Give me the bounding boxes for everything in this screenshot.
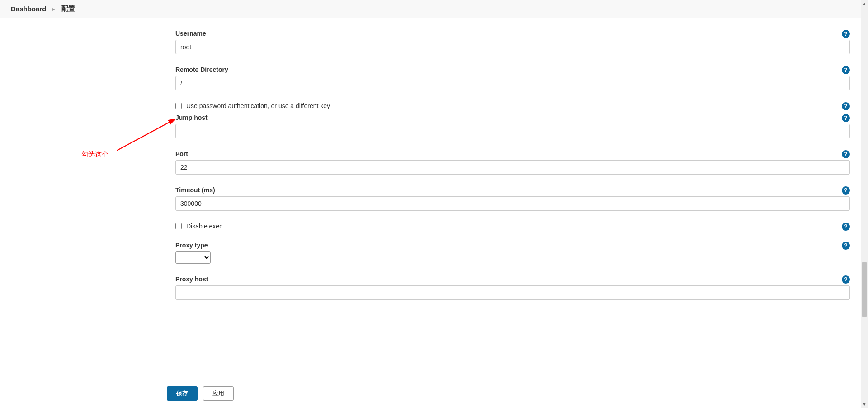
- label-jump-host: Jump host: [175, 114, 850, 121]
- breadcrumb: Dashboard ▸ 配置: [0, 0, 868, 18]
- field-timeout: Timeout (ms) ?: [175, 186, 850, 211]
- input-username[interactable]: [175, 40, 850, 54]
- field-remote-directory: Remote Directory ?: [175, 66, 850, 90]
- help-icon[interactable]: ?: [842, 66, 850, 74]
- help-icon[interactable]: ?: [842, 114, 850, 122]
- scrollbar-thumb[interactable]: [862, 262, 867, 317]
- breadcrumb-current: 配置: [61, 5, 75, 13]
- input-proxy-host[interactable]: [175, 285, 850, 300]
- scrollbar[interactable]: ▲ ▼: [861, 0, 868, 407]
- input-port[interactable]: [175, 160, 850, 175]
- help-icon[interactable]: ?: [842, 275, 850, 284]
- field-use-password: Use password authentication, or use a di…: [175, 102, 850, 109]
- label-username: Username: [175, 30, 850, 37]
- label-disable-exec: Disable exec: [186, 223, 222, 230]
- field-username: Username ?: [175, 30, 850, 54]
- scroll-down-icon[interactable]: ▼: [861, 401, 868, 407]
- chevron-right-icon: ▸: [52, 6, 55, 12]
- help-icon[interactable]: ?: [842, 223, 850, 231]
- breadcrumb-root[interactable]: Dashboard: [11, 5, 46, 13]
- field-proxy-host: Proxy host ?: [175, 275, 850, 300]
- label-port: Port: [175, 150, 850, 157]
- input-remote-directory[interactable]: [175, 76, 850, 90]
- label-proxy-host: Proxy host: [175, 275, 850, 283]
- select-proxy-type[interactable]: [175, 251, 211, 264]
- help-icon[interactable]: ?: [842, 186, 850, 195]
- label-use-password: Use password authentication, or use a di…: [186, 102, 330, 109]
- apply-button[interactable]: 应用: [203, 386, 234, 401]
- scroll-up-icon[interactable]: ▲: [861, 0, 868, 7]
- form-panel: Username ? Remote Directory ? Use passwo…: [157, 18, 868, 407]
- label-remote-directory: Remote Directory: [175, 66, 850, 73]
- help-icon[interactable]: ?: [842, 150, 850, 158]
- field-proxy-type: Proxy type ?: [175, 242, 850, 264]
- field-port: Port ?: [175, 150, 850, 175]
- checkbox-use-password[interactable]: [175, 103, 182, 109]
- help-icon[interactable]: ?: [842, 242, 850, 250]
- field-jump-host: Jump host ?: [175, 114, 850, 138]
- save-button[interactable]: 保存: [167, 386, 198, 401]
- input-timeout[interactable]: [175, 196, 850, 211]
- field-disable-exec: Disable exec ?: [175, 223, 850, 230]
- label-proxy-type: Proxy type: [175, 242, 850, 249]
- annotation-text: 勾选这个: [81, 150, 108, 159]
- help-icon[interactable]: ?: [842, 30, 850, 38]
- footer-actions: 保存 应用: [158, 379, 861, 407]
- checkbox-disable-exec[interactable]: [175, 223, 182, 229]
- left-panel: 勾选这个: [0, 18, 157, 407]
- label-timeout: Timeout (ms): [175, 186, 850, 194]
- input-jump-host[interactable]: [175, 124, 850, 138]
- help-icon[interactable]: ?: [842, 102, 850, 110]
